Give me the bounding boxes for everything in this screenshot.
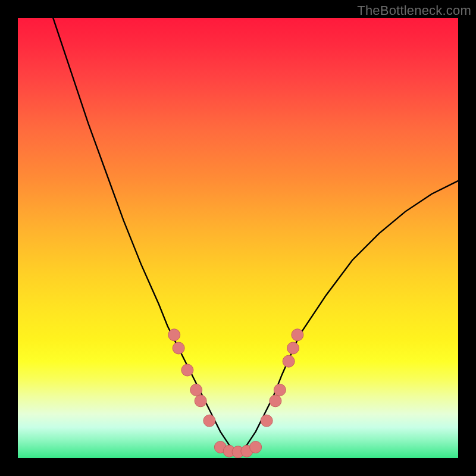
curve-layer xyxy=(53,18,458,454)
outer-frame: TheBottleneck.com xyxy=(0,0,476,476)
marker-right-2 xyxy=(274,384,286,396)
chart-svg xyxy=(18,18,458,458)
marker-right-3 xyxy=(283,355,295,367)
marker-left-1 xyxy=(173,342,184,354)
marker-bottom-4 xyxy=(250,441,262,453)
marker-right-0 xyxy=(261,415,273,427)
marker-left-4 xyxy=(195,395,206,407)
plot-area xyxy=(18,18,458,458)
marker-right-4 xyxy=(287,342,299,354)
marker-right-5 xyxy=(292,329,303,341)
marker-left-5 xyxy=(203,415,215,427)
marker-left-2 xyxy=(181,364,193,376)
marker-right-1 xyxy=(270,395,281,407)
bottleneck-curve xyxy=(53,18,458,454)
watermark-text: TheBottleneck.com xyxy=(357,3,471,18)
marker-left-3 xyxy=(190,384,202,396)
marker-layer xyxy=(168,329,303,458)
marker-left-0 xyxy=(168,329,180,341)
